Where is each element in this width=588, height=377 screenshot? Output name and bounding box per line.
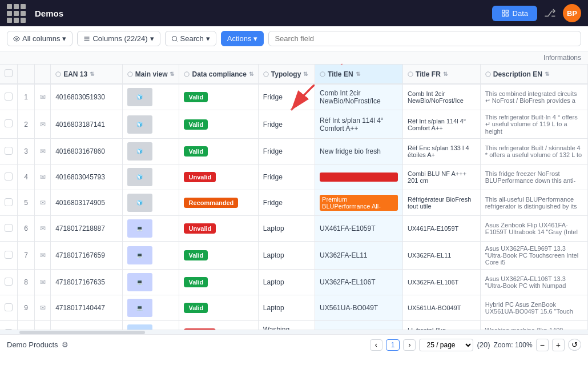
row-main-view[interactable]: 🧊 — [122, 165, 179, 190]
row-main-view[interactable]: 💻 — [122, 216, 179, 242]
compliance-header[interactable]: Data compliance ⇅ — [179, 65, 258, 84]
row-title-en[interactable]: New fridge bio fresh — [315, 139, 403, 165]
tree-icon[interactable]: ⎇ — [544, 7, 556, 19]
row-title-en[interactable]: UX362FA-EL11 — [315, 242, 403, 270]
row-main-view[interactable]: 💻 — [122, 295, 179, 321]
footer-left: Demo Products ⚙ — [7, 340, 69, 349]
ean-header[interactable]: EAN 13 ⇅ — [51, 65, 123, 84]
table-row[interactable]: 8 ✉ 4718017167635 💻 Valid Laptop UX362FA… — [0, 270, 588, 295]
data-nav-button[interactable]: Data — [492, 6, 537, 21]
row-checkbox[interactable] — [0, 110, 18, 139]
table-row[interactable]: 5 ✉ 4016803174905 🧊 Recommanded Fridge P… — [0, 190, 588, 216]
row-typology: Laptop — [258, 270, 315, 295]
mainview-header[interactable]: Main view ⇅ — [122, 65, 179, 84]
chevron-down-icon: ▾ — [62, 34, 66, 43]
select-all-header[interactable] — [0, 65, 18, 84]
row-mail-icon[interactable]: ✉ — [35, 270, 51, 295]
row-title-en[interactable] — [315, 165, 403, 190]
footer-right: ‹ 1 › 25 / page 50 / page 100 / page (20… — [370, 339, 581, 351]
row-number: 10 — [18, 321, 35, 330]
row-desc-en: This all-useful BLUPerformance refrigera… — [480, 190, 587, 216]
row-checkbox[interactable] — [0, 139, 18, 165]
row-mail-icon[interactable]: ✉ — [35, 139, 51, 165]
row-main-view[interactable]: 💻 — [122, 270, 179, 295]
toolbar: All columns ▾ Columns (22/24) ▾ Search ▾… — [0, 26, 588, 51]
footer: Demo Products ⚙ ‹ 1 › 25 / page 50 / pag… — [0, 334, 588, 355]
mail-header — [35, 65, 51, 84]
page-next-button[interactable]: › — [403, 339, 416, 351]
row-mail-icon[interactable]: ✉ — [35, 84, 51, 110]
table-row[interactable]: 10 ✉ 3838782008511 🫧 Unvalid Washing mac… — [0, 321, 588, 330]
row-checkbox[interactable] — [0, 321, 18, 330]
row-checkbox[interactable] — [0, 190, 18, 216]
desc-en-header[interactable]: Description EN ⇅ — [480, 65, 587, 84]
table-row[interactable]: 4 ✉ 4016803045793 🧊 Unvalid Fridge Combi… — [0, 165, 588, 190]
row-typology: Washing machine — [258, 321, 315, 330]
actions-button[interactable]: Actions ▾ — [221, 31, 264, 46]
row-checkbox[interactable] — [0, 295, 18, 321]
zoom-plus-button[interactable]: + — [552, 339, 565, 351]
table-row[interactable]: 2 ✉ 4016803187141 🧊 Valid Fridge Réf Int… — [0, 110, 588, 139]
row-title-fr: UX362FA-EL106T — [403, 270, 481, 295]
row-title-en[interactable]: Premium BLUPerformance All- — [315, 190, 403, 216]
gear-icon[interactable]: ⚙ — [62, 340, 69, 349]
row-ean: 4718017140447 — [51, 295, 123, 321]
row-mail-icon[interactable]: ✉ — [35, 110, 51, 139]
title-en-header[interactable]: Title EN ⇅ — [315, 65, 403, 84]
search-input[interactable] — [268, 31, 581, 46]
table-row[interactable]: 1 ✉ 4016803051930 🧊 Valid Fridge Comb In… — [0, 84, 588, 110]
grid-icon[interactable] — [7, 4, 26, 23]
row-compliance: Valid — [179, 84, 258, 110]
zoom-reset-button[interactable]: ↺ — [568, 339, 581, 351]
row-title-fr: Comb Int 2cir NewBio/NoFrost/Ice — [403, 84, 481, 110]
columns-button[interactable]: Columns (22/24) ▾ — [77, 31, 160, 46]
row-mail-icon[interactable]: ✉ — [35, 216, 51, 242]
per-page-select[interactable]: 25 / page 50 / page 100 / page — [419, 339, 473, 351]
row-mail-icon[interactable]: ✉ — [35, 190, 51, 216]
row-mail-icon[interactable]: ✉ — [35, 165, 51, 190]
row-compliance: Unvalid — [179, 216, 258, 242]
row-ean: 4016803174905 — [51, 190, 123, 216]
row-desc-en: Asus UX362FA-EL106T 13.3 "Ultra-Book PC … — [480, 270, 587, 295]
title-fr-header[interactable]: Title FR ⇅ — [403, 65, 481, 84]
row-title-en[interactable]: UX561UA-BO049T — [315, 295, 403, 321]
table-row[interactable]: 9 ✉ 4718017140447 💻 Valid Laptop UX561UA… — [0, 295, 588, 321]
row-checkbox[interactable] — [0, 165, 18, 190]
scrollbar-thumb[interactable] — [19, 331, 145, 334]
row-mail-icon[interactable]: ✉ — [35, 242, 51, 270]
avatar[interactable]: BP — [563, 4, 581, 22]
typology-header[interactable]: Typology ⇅ — [258, 65, 315, 84]
horizontal-scrollbar[interactable] — [0, 330, 588, 334]
row-title-en[interactable]: UX362FA-EL106T — [315, 270, 403, 295]
page-current[interactable]: 1 — [386, 339, 400, 351]
row-compliance: Unvalid — [179, 321, 258, 330]
row-main-view[interactable]: 🧊 — [122, 139, 179, 165]
row-main-view[interactable]: 🧊 — [122, 110, 179, 139]
row-checkbox[interactable] — [0, 84, 18, 110]
row-title-en[interactable]: UX461FA-E1059T — [315, 216, 403, 242]
page-prev-button[interactable]: ‹ — [370, 339, 382, 351]
row-checkbox[interactable] — [0, 270, 18, 295]
row-main-view[interactable]: 🧊 — [122, 190, 179, 216]
all-columns-button[interactable]: All columns ▾ — [7, 31, 73, 46]
table-row[interactable]: 7 ✉ 4718017167659 💻 Valid Laptop UX362FA… — [0, 242, 588, 270]
row-mail-icon[interactable]: ✉ — [35, 321, 51, 330]
row-checkbox[interactable] — [0, 216, 18, 242]
search-button[interactable]: Search ▾ — [165, 31, 216, 46]
app-title: Demos — [35, 9, 485, 18]
table-row[interactable]: 3 ✉ 4016803167860 🧊 Valid Fridge New fri… — [0, 139, 588, 165]
row-checkbox[interactable] — [0, 242, 18, 270]
row-main-view[interactable]: 🫧 — [122, 321, 179, 330]
row-title-en[interactable]: Comb Int 2cir NewBio/NoFrost/Ice — [315, 84, 403, 110]
row-title-en[interactable]: LL front-8kg-1600trs/min — [315, 321, 403, 330]
table-row[interactable]: 6 ✉ 4718017218887 💻 Unvalid Laptop UX461… — [0, 216, 588, 242]
svg-point-8 — [172, 36, 176, 41]
table-container: EAN 13 ⇅ Main view ⇅ — [0, 65, 588, 330]
row-title-en[interactable]: Réf Int s/plan 114l 4° Comfort A++ — [315, 110, 403, 139]
row-compliance: Valid — [179, 270, 258, 295]
row-main-view[interactable]: 🧊 — [122, 84, 179, 110]
row-main-view[interactable]: 💻 — [122, 242, 179, 270]
sort-icon: ⇅ — [249, 71, 253, 77]
row-mail-icon[interactable]: ✉ — [35, 295, 51, 321]
zoom-minus-button[interactable]: − — [536, 339, 549, 351]
